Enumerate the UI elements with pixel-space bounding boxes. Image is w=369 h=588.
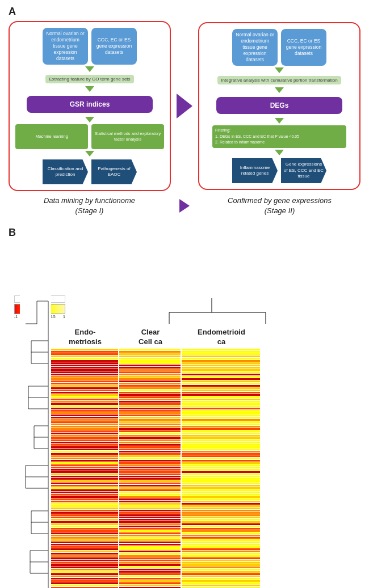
heatmap-strip bbox=[182, 523, 260, 525]
heatmap-right: Endo- metriosis Clear Cell ca Endometrio… bbox=[51, 295, 369, 588]
heatmap-strip bbox=[119, 392, 181, 394]
heatmap-strip bbox=[182, 505, 260, 507]
small-arrow-container bbox=[167, 199, 202, 213]
heatmap-strip bbox=[51, 489, 118, 491]
heatmap-strip bbox=[182, 428, 260, 430]
heatmap-strip bbox=[119, 526, 181, 527]
heatmap-strip bbox=[51, 365, 118, 366]
heatmap-strip bbox=[119, 485, 181, 487]
heatmap-strip bbox=[182, 360, 260, 362]
stage1-flow: Normal ovarian or endometrium tissue gen… bbox=[15, 28, 164, 184]
heatmap-strip bbox=[119, 510, 181, 511]
heatmap-strip bbox=[119, 546, 181, 548]
heatmap-strip bbox=[51, 449, 118, 450]
heatmap-strip bbox=[51, 460, 118, 462]
heatmap-strip bbox=[119, 498, 181, 500]
heatmap-strip bbox=[51, 399, 118, 400]
heatmap-strip bbox=[182, 417, 260, 418]
heatmap-strip bbox=[182, 392, 260, 394]
heatmap-strip bbox=[119, 362, 181, 364]
heatmap-strip bbox=[119, 387, 181, 389]
heatmap-strip bbox=[51, 444, 118, 446]
arrow1 bbox=[85, 66, 94, 72]
heatmap-strip bbox=[182, 408, 260, 409]
heatmap-strip bbox=[182, 483, 260, 484]
heatmap-strip bbox=[51, 458, 118, 459]
heatmap-strip bbox=[182, 421, 260, 423]
heatmap-strip bbox=[51, 514, 118, 516]
stage2-top-boxes: Normal ovarian or endometrium tissue gen… bbox=[205, 29, 354, 66]
heatmap-strip bbox=[119, 564, 181, 566]
heatmap-strip bbox=[182, 383, 260, 384]
heatmap-strip bbox=[51, 403, 118, 405]
heatmap-strip bbox=[119, 358, 181, 359]
heatmap-strip bbox=[182, 453, 260, 455]
heatmap-strip bbox=[119, 410, 181, 412]
heatmap-strip bbox=[182, 451, 260, 452]
stage2-results: Inflammasome related genes Gene expressi… bbox=[205, 158, 354, 183]
heatmap-strip bbox=[182, 537, 260, 539]
heatmap-strip bbox=[119, 444, 181, 446]
heatmap-strip bbox=[182, 430, 260, 432]
heatmap-strip bbox=[119, 419, 181, 421]
heatmap-strip bbox=[182, 433, 260, 434]
row-dendro-svg bbox=[20, 295, 51, 588]
heatmap-strip bbox=[182, 519, 260, 521]
stage1-result2: Pathogenesis of EAOC bbox=[91, 159, 137, 184]
heatmap-strip bbox=[182, 367, 260, 369]
heatmap-strip bbox=[51, 494, 118, 496]
heatmap-strip bbox=[182, 517, 260, 518]
heatmap-strip bbox=[119, 442, 181, 443]
heatmap-strip bbox=[51, 496, 118, 498]
heatmap-strip bbox=[51, 426, 118, 428]
heatmap-strip bbox=[51, 585, 118, 586]
heatmap-strip bbox=[182, 580, 260, 582]
heatmap-strip bbox=[182, 410, 260, 412]
heatmap-strip bbox=[119, 446, 181, 448]
heatmap-strip bbox=[119, 428, 181, 430]
heatmap-strip bbox=[51, 405, 118, 407]
heatmap-strip bbox=[182, 573, 260, 575]
heatmap-strip bbox=[182, 539, 260, 541]
heatmap-strip bbox=[119, 367, 181, 369]
heatmap-strip bbox=[182, 585, 260, 586]
heatmap-strip bbox=[51, 455, 118, 457]
heatmap-strip bbox=[119, 369, 181, 371]
heatmap-strip bbox=[51, 566, 118, 568]
heatmap-strip bbox=[119, 517, 181, 518]
heatmap-strip bbox=[182, 405, 260, 407]
arrow3 bbox=[85, 117, 94, 122]
heatmap-strip bbox=[182, 369, 260, 371]
heatmap-strip bbox=[119, 401, 181, 403]
heatmap-strip bbox=[182, 557, 260, 559]
heatmap-strip bbox=[51, 390, 118, 391]
heatmap-strip bbox=[182, 424, 260, 425]
heatmap-strip bbox=[51, 555, 118, 557]
heatmap-strip bbox=[182, 365, 260, 366]
col-headers: Endo- metriosis Clear Cell ca Endometrio… bbox=[51, 328, 369, 347]
heatmap-strip bbox=[51, 360, 118, 362]
heatmap-strip bbox=[51, 582, 118, 584]
heatmap-strip bbox=[182, 394, 260, 396]
heatmap-col-col3 bbox=[182, 349, 260, 588]
heatmap-strip bbox=[51, 442, 118, 443]
heatmap-strip bbox=[119, 394, 181, 396]
heatmap-strip bbox=[51, 501, 118, 502]
heatmap-strip bbox=[119, 353, 181, 355]
heatmap-strip bbox=[119, 576, 181, 577]
heatmap-strip bbox=[119, 562, 181, 564]
stage1-methods: Machine learning Statistical methods and… bbox=[15, 124, 164, 149]
heatmap-strip bbox=[119, 471, 181, 473]
stage1-data-box2: CCC, EC or ES gene expression datasets bbox=[91, 28, 137, 65]
heatmap-strip bbox=[182, 530, 260, 532]
heatmap-strip bbox=[51, 544, 118, 545]
heatmap-strip bbox=[119, 537, 181, 539]
col-header-1: Endo- metriosis bbox=[51, 328, 119, 347]
heatmap-strip bbox=[182, 564, 260, 566]
panel-a-content: Normal ovarian or endometrium tissue gen… bbox=[9, 21, 360, 191]
heatmap-strip bbox=[182, 526, 260, 527]
heatmap-strip bbox=[119, 356, 181, 357]
heatmap-strip bbox=[119, 571, 181, 573]
heatmap-strip bbox=[182, 566, 260, 568]
heatmap-main: Endo- metriosis Clear Cell ca Endometrio… bbox=[20, 295, 369, 588]
